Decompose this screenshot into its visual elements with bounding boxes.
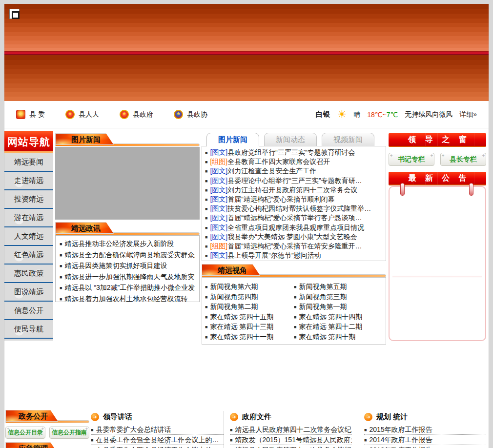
video-list-item[interactable]: ■新闻视角第四期 [205,292,294,302]
news-tab[interactable]: 视频新闻 [322,133,374,146]
sidebar-item[interactable]: 走进靖远 [4,172,53,190]
doc-list-item[interactable]: ■2013年政府工作报告 [364,445,486,448]
news-tab[interactable]: 新闻动态 [264,133,317,146]
doc-list-item[interactable]: ■县委常委扩大会总结讲话 [91,425,224,435]
bullet-icon: ■ [294,315,296,320]
bullet-icon: ■ [205,325,207,329]
sidebar-item[interactable]: 投资靖远 [4,190,53,209]
news-list-item[interactable]: ■靖远县推动非公经济发展步入新阶段 [60,238,195,249]
weather-bar: 白银 ☀ 晴 18℃~7℃ 无持续风向微风 详细» [315,109,477,120]
bullet-icon: ■ [230,428,232,432]
news-tab[interactable]: 图片新闻 [206,133,259,146]
weather-detail-link[interactable]: 详细» [459,110,477,119]
weather-wind: 无持续风向微风 [405,110,452,119]
nav-link-peoples-congress[interactable]: 县人大 [65,110,99,119]
doc-list-item[interactable]: ■在县委工作会暨全县经济工作会议上的… [91,435,224,445]
zhengxun-title: 靖远政讯 [55,222,114,234]
video-list-item[interactable]: ■新闻视角第五期 [294,282,383,292]
photo-news-column: 图片新闻 靖远政讯 ■靖远县推动非公经济发展步入新阶段■靖远县全力配合确保岷漳两… [55,133,200,146]
mayor-column-button[interactable]: 县长专栏 [440,153,486,166]
video-list-item[interactable]: ■家在靖远 第四十一期 [205,332,294,342]
doc-list-item[interactable]: ■靖政发（2015）151号靖远县人民政府关… [230,435,352,445]
bullet-icon: ■ [60,275,62,280]
photo-news-image-placeholder[interactable] [55,147,200,220]
sidebar-item[interactable]: 游在靖远 [4,209,53,227]
nav-link-county-committee[interactable]: 县 委 [16,110,45,119]
bullet-icon: ■ [364,428,367,432]
bullet-icon: ■ [205,305,207,309]
nav-link-label: 县政协 [187,110,207,119]
info-directory-button[interactable]: 信息公开目录 [5,427,45,439]
video-list-item[interactable]: ■新闻视角第六期 [205,282,294,292]
sidebar-item[interactable]: 靖远要闻 [4,153,53,172]
sidebar-item[interactable]: 图说靖远 [4,283,53,302]
bullet-icon: ■ [205,216,207,221]
column-divider [224,411,224,448]
gov-open-column: 政务公开 信息公开目录 信息公开指南 应急管理 [5,410,89,423]
news-list-item[interactable]: ■靖远县着力加强农村土地承包经营权流转 [60,293,195,303]
arrow-circle-icon: ➜ [230,413,238,421]
bullet-icon: ■ [91,428,93,432]
news-list-item[interactable]: ■[图文]县政府党组举行“三严三实”专题教育研讨会 [205,148,383,157]
sidebar-item[interactable]: 便民导航 [4,320,53,339]
video-list-item[interactable]: ■家在靖远 第四十期 [294,332,383,342]
doc-list-item[interactable]: ■靖远县人民政府第四十一次常务会议纪… [230,445,352,448]
nav-link-cppcc[interactable]: 县政协 [174,110,207,119]
sidebar-item[interactable]: 人文靖远 [4,227,53,246]
news-list-item[interactable]: ■[图文]首届“靖远枸杞”爱心采摘节顺利闭幕 [205,195,383,204]
sidebar-item[interactable]: 信息公开 [4,302,53,320]
section-title: 政府文件 [242,412,271,422]
sidebar-item[interactable]: 红色靖远 [4,246,53,265]
bullet-icon: ■ [294,335,296,340]
doc-list-item[interactable]: ■2014年政府工作报告 [364,435,486,445]
news-list-item[interactable]: ■靖远县全力配合确保岷漳两县地震受灾群众顺… [60,249,195,261]
news-list-item[interactable]: ■靖远县进一步加强汛期强降雨天气及地质灾害… [60,271,195,283]
leader-buttons: 书记专栏 县长专栏 [389,153,486,166]
news-list-item[interactable]: ■[组图]首届“靖远枸杞”爱心采摘节在靖安乡隆重开… [205,242,383,251]
bullet-icon: ■ [205,197,207,202]
arrow-circle-icon: ➜ [364,413,372,421]
news-list-item[interactable]: ■靖远县因类施策切实抓好项目建设 [60,260,195,271]
bullet-icon: ■ [60,285,62,290]
bullet-icon: ■ [60,264,62,268]
news-list-item[interactable]: ■[图文]县委理论中心组举行“三严三实”专题教育研… [205,176,383,185]
doc-list-item[interactable]: ■在县委工作会暨全县经济工作会议上的 [91,445,224,448]
doc-list-item[interactable]: ■2015年政府工作报告 [364,425,486,435]
video-list-item[interactable]: ■家在靖远 第四十四期 [294,312,383,322]
weather-condition: 晴 [353,110,360,119]
news-list-item[interactable]: ■[图文]全省重点项目观摩团来我县观摩重点项目情况 [205,223,383,232]
zhengxun-list: ■靖远县推动非公经济发展步入新阶段■靖远县全力配合确保岷漳两县地震受灾群众顺…■… [55,235,200,302]
news-list-item[interactable]: ■[图文]我县举办“大美靖远 梦圆小康”大型文艺晚会 [205,232,383,242]
sidebar-title: 网站导航 [4,131,53,153]
video-list-item[interactable]: ■新闻视角第二期 [205,302,294,312]
news-list-item[interactable]: ■[图文]刘力江检查全县安全生产工作 [205,166,383,176]
news-list-item[interactable]: ■靖远县以 “3加2减”工作举措助推小微企业发… [60,282,195,293]
weather-city: 白银 [315,110,330,119]
doc-list-item[interactable]: ■靖远县人民政府第四十二次常务会议纪… [230,425,352,435]
news-list-item[interactable]: ■[图文]扶贫爱心枸杞园结对帮扶认领签字仪式隆重举… [205,204,383,213]
news-list-item[interactable]: ■[图文]首届“靖远枸杞”爱心采摘节举行客户恳谈项… [205,213,383,223]
bullet-icon: ■ [205,169,207,174]
news-list-item[interactable]: ■[图文]刘力江主持召开县政府第四十二次常务会议 [205,185,383,195]
nav-link-county-government[interactable]: 县政府 [120,110,153,119]
video-list-item[interactable]: ■新闻视角第三期 [294,292,383,302]
video-list-item[interactable]: ■家在靖远 第四十三期 [205,322,294,332]
info-guide-button[interactable]: 信息公开指南 [49,427,89,439]
bullet-icon: ■ [230,438,232,443]
nav-link-label: 县政府 [133,110,153,119]
bullet-icon: ■ [60,253,62,258]
sidebar-items: 靖远要闻走进靖远投资靖远游在靖远人文靖远红色靖远惠民政策图说靖远信息公开便民导航 [4,153,53,339]
video-list-item[interactable]: ■新闻视角第一期 [294,302,383,312]
sun-icon: ☀ [337,109,347,120]
gov-documents-section: ➜ 政府文件 ■靖远县人民政府第四十二次常务会议纪…■靖政发（2015）151号… [230,412,352,448]
bullet-icon: ■ [294,295,296,300]
emergency-title: 应急管理 [5,442,58,448]
news-list-item[interactable]: ■[组图]全县教育工作四大家联席会议召开 [205,157,383,166]
secretary-column-button[interactable]: 书记专栏 [389,153,434,166]
sidebar-item[interactable]: 惠民政策 [4,265,53,283]
news-list-item[interactable]: ■[图文]县上领导开展“尔德节”慰问活动 [205,251,383,260]
video-list-item[interactable]: ■家在靖远 第四十二期 [294,322,383,332]
video-list-item[interactable]: ■家在靖远 第四十五期 [205,312,294,322]
planning-statistics-section: ➜ 规划 统计 ■2015年政府工作报告■2014年政府工作报告■2013年政府… [364,412,486,448]
broken-image-icon [9,9,20,19]
